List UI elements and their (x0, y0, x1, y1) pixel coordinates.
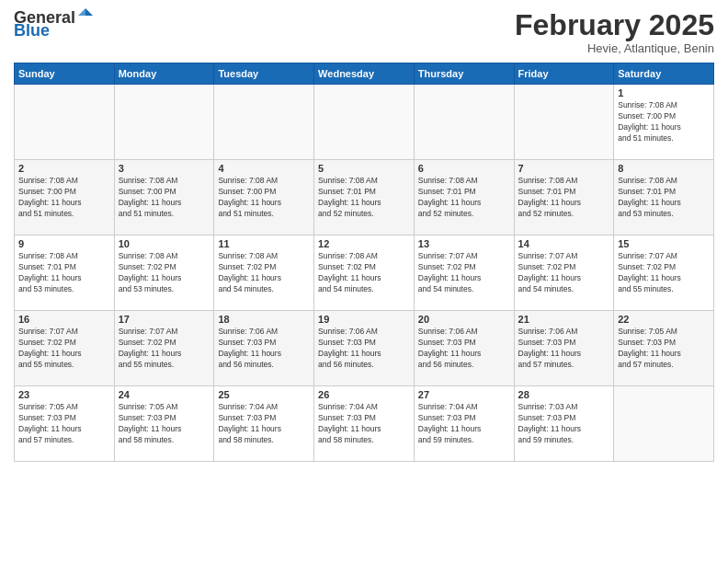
calendar-cell (614, 386, 714, 462)
day-number: 23 (18, 389, 110, 400)
day-header-wednesday: Wednesday (314, 63, 415, 85)
day-info: Sunrise: 7:08 AMSunset: 7:01 PMDaylight:… (518, 176, 610, 220)
day-number: 7 (518, 163, 610, 174)
calendar-cell: 3Sunrise: 7:08 AMSunset: 7:00 PMDaylight… (114, 160, 214, 236)
day-header-thursday: Thursday (414, 63, 514, 85)
day-info: Sunrise: 7:06 AMSunset: 7:03 PMDaylight:… (518, 327, 610, 371)
day-info: Sunrise: 7:07 AMSunset: 7:02 PMDaylight:… (518, 251, 610, 295)
calendar-cell: 17Sunrise: 7:07 AMSunset: 7:02 PMDayligh… (114, 311, 214, 386)
day-header-sunday: Sunday (15, 63, 115, 85)
day-info: Sunrise: 7:07 AMSunset: 7:02 PMDaylight:… (618, 251, 710, 295)
day-number: 19 (318, 314, 410, 325)
day-info: Sunrise: 7:04 AMSunset: 7:03 PMDaylight:… (318, 402, 410, 446)
day-info: Sunrise: 7:05 AMSunset: 7:03 PMDaylight:… (119, 402, 210, 446)
page: General Blue February 2025 Hevie, Atlant… (0, 0, 728, 563)
day-number: 12 (318, 238, 410, 249)
day-number: 21 (518, 314, 610, 325)
day-number: 2 (18, 163, 110, 174)
day-info: Sunrise: 7:07 AMSunset: 7:02 PMDaylight:… (418, 251, 510, 295)
calendar-cell: 5Sunrise: 7:08 AMSunset: 7:01 PMDaylight… (314, 160, 415, 236)
day-number: 1 (618, 87, 710, 98)
day-info: Sunrise: 7:08 AMSunset: 7:00 PMDaylight:… (218, 176, 310, 220)
calendar-week-row: 9Sunrise: 7:08 AMSunset: 7:01 PMDaylight… (15, 236, 714, 311)
calendar-header-row: SundayMondayTuesdayWednesdayThursdayFrid… (15, 63, 714, 85)
calendar-cell: 18Sunrise: 7:06 AMSunset: 7:03 PMDayligh… (214, 311, 314, 386)
day-info: Sunrise: 7:06 AMSunset: 7:03 PMDaylight:… (418, 327, 510, 371)
day-info: Sunrise: 7:08 AMSunset: 7:02 PMDaylight:… (119, 251, 210, 295)
calendar-cell (214, 85, 314, 160)
calendar-week-row: 1Sunrise: 7:08 AMSunset: 7:00 PMDaylight… (15, 85, 714, 160)
day-info: Sunrise: 7:04 AMSunset: 7:03 PMDaylight:… (218, 402, 310, 446)
calendar-cell: 19Sunrise: 7:06 AMSunset: 7:03 PMDayligh… (314, 311, 415, 386)
month-title: February 2025 (515, 9, 714, 41)
day-number: 28 (518, 389, 610, 400)
calendar-cell: 9Sunrise: 7:08 AMSunset: 7:01 PMDaylight… (15, 236, 115, 311)
day-number: 16 (18, 314, 110, 325)
day-number: 14 (518, 238, 610, 249)
day-number: 6 (418, 163, 510, 174)
day-number: 18 (218, 314, 310, 325)
day-info: Sunrise: 7:05 AMSunset: 7:03 PMDaylight:… (18, 402, 110, 446)
day-number: 26 (318, 389, 410, 400)
day-number: 22 (618, 314, 710, 325)
day-info: Sunrise: 7:07 AMSunset: 7:02 PMDaylight:… (18, 327, 110, 371)
calendar-cell (514, 85, 614, 160)
day-number: 20 (418, 314, 510, 325)
calendar-cell (414, 85, 514, 160)
day-number: 9 (18, 238, 110, 249)
day-number: 17 (119, 314, 210, 325)
calendar-cell: 14Sunrise: 7:07 AMSunset: 7:02 PMDayligh… (514, 236, 614, 311)
day-number: 8 (618, 163, 710, 174)
day-number: 27 (418, 389, 510, 400)
calendar-cell: 15Sunrise: 7:07 AMSunset: 7:02 PMDayligh… (614, 236, 714, 311)
day-number: 4 (218, 163, 310, 174)
logo: General Blue (14, 9, 95, 39)
day-info: Sunrise: 7:06 AMSunset: 7:03 PMDaylight:… (218, 327, 310, 371)
calendar-cell: 7Sunrise: 7:08 AMSunset: 7:01 PMDaylight… (514, 160, 614, 236)
day-header-tuesday: Tuesday (214, 63, 314, 85)
svg-marker-0 (85, 8, 93, 16)
calendar-week-row: 2Sunrise: 7:08 AMSunset: 7:00 PMDaylight… (15, 160, 714, 236)
calendar-cell (114, 85, 214, 160)
day-info: Sunrise: 7:03 AMSunset: 7:03 PMDaylight:… (518, 402, 610, 446)
day-number: 10 (119, 238, 210, 249)
day-info: Sunrise: 7:08 AMSunset: 7:00 PMDaylight:… (618, 100, 710, 144)
logo-blue-text: Blue (14, 22, 50, 39)
day-header-friday: Friday (514, 63, 614, 85)
calendar-cell: 2Sunrise: 7:08 AMSunset: 7:00 PMDaylight… (15, 160, 115, 236)
calendar-cell: 8Sunrise: 7:08 AMSunset: 7:01 PMDaylight… (614, 160, 714, 236)
calendar-cell: 22Sunrise: 7:05 AMSunset: 7:03 PMDayligh… (614, 311, 714, 386)
calendar-cell: 25Sunrise: 7:04 AMSunset: 7:03 PMDayligh… (214, 386, 314, 462)
logo-icon (76, 6, 95, 25)
calendar-week-row: 16Sunrise: 7:07 AMSunset: 7:02 PMDayligh… (15, 311, 714, 386)
day-info: Sunrise: 7:08 AMSunset: 7:01 PMDaylight:… (18, 251, 110, 295)
day-number: 13 (418, 238, 510, 249)
calendar-cell (314, 85, 415, 160)
day-info: Sunrise: 7:08 AMSunset: 7:02 PMDaylight:… (318, 251, 410, 295)
calendar-cell: 16Sunrise: 7:07 AMSunset: 7:02 PMDayligh… (15, 311, 115, 386)
calendar-cell: 12Sunrise: 7:08 AMSunset: 7:02 PMDayligh… (314, 236, 415, 311)
day-number: 5 (318, 163, 410, 174)
calendar-cell: 23Sunrise: 7:05 AMSunset: 7:03 PMDayligh… (15, 386, 115, 462)
calendar-week-row: 23Sunrise: 7:05 AMSunset: 7:03 PMDayligh… (15, 386, 714, 462)
day-info: Sunrise: 7:06 AMSunset: 7:03 PMDaylight:… (318, 327, 410, 371)
svg-marker-1 (78, 8, 85, 16)
calendar-cell (15, 85, 115, 160)
day-info: Sunrise: 7:07 AMSunset: 7:02 PMDaylight:… (119, 327, 210, 371)
day-header-monday: Monday (114, 63, 214, 85)
day-info: Sunrise: 7:04 AMSunset: 7:03 PMDaylight:… (418, 402, 510, 446)
day-number: 15 (618, 238, 710, 249)
calendar-cell: 28Sunrise: 7:03 AMSunset: 7:03 PMDayligh… (514, 386, 614, 462)
calendar-cell: 10Sunrise: 7:08 AMSunset: 7:02 PMDayligh… (114, 236, 214, 311)
day-info: Sunrise: 7:08 AMSunset: 7:01 PMDaylight:… (318, 176, 410, 220)
day-number: 24 (119, 389, 210, 400)
calendar: SundayMondayTuesdayWednesdayThursdayFrid… (14, 63, 714, 462)
calendar-cell: 21Sunrise: 7:06 AMSunset: 7:03 PMDayligh… (514, 311, 614, 386)
calendar-cell: 20Sunrise: 7:06 AMSunset: 7:03 PMDayligh… (414, 311, 514, 386)
calendar-cell: 26Sunrise: 7:04 AMSunset: 7:03 PMDayligh… (314, 386, 415, 462)
day-info: Sunrise: 7:08 AMSunset: 7:00 PMDaylight:… (119, 176, 210, 220)
calendar-cell: 27Sunrise: 7:04 AMSunset: 7:03 PMDayligh… (414, 386, 514, 462)
calendar-cell: 13Sunrise: 7:07 AMSunset: 7:02 PMDayligh… (414, 236, 514, 311)
day-number: 25 (218, 389, 310, 400)
day-info: Sunrise: 7:08 AMSunset: 7:00 PMDaylight:… (18, 176, 110, 220)
